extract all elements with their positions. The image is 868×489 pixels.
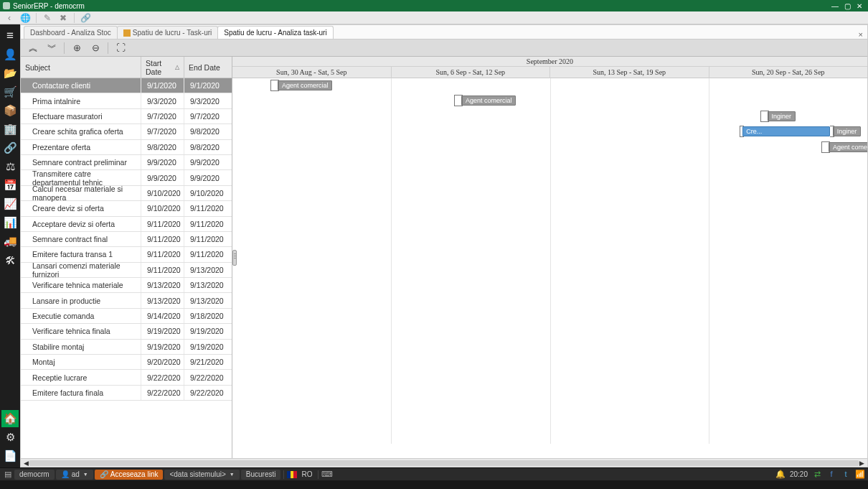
sb-keyboard-icon[interactable]: ⌨ <box>321 470 331 480</box>
col-start-date[interactable]: Start Date△ <box>141 57 184 78</box>
table-row[interactable]: Semnare contract preliminar9/9/20209/9/2… <box>21 155 232 170</box>
sb-share-icon[interactable]: ⇄ <box>812 470 822 480</box>
delete-icon[interactable]: ✖ <box>58 13 68 23</box>
rail-product-icon[interactable]: 📦 <box>1 102 19 119</box>
tab[interactable]: Spatiu de lucru - Analiza task-uri <box>217 26 333 39</box>
back-icon[interactable]: ‹ <box>4 13 14 23</box>
rail-chain-icon[interactable]: 🔗 <box>1 139 19 157</box>
task-end: 9/18/2020 <box>184 309 232 323</box>
gantt-bar-label: Agent comercial <box>278 80 333 90</box>
sb-flag-ro-icon <box>287 471 297 478</box>
table-row[interactable]: Semnare contract final9/11/20209/11/2020 <box>21 232 232 247</box>
minimize-icon[interactable]: — <box>831 2 839 10</box>
link-icon[interactable]: 🔗 <box>80 13 90 23</box>
gantt-row: Lansari co...Responsabil aprovizionare <box>232 263 867 278</box>
task-subject: Lansari comenzi materiale furnizori <box>21 263 141 277</box>
sb-bell-icon[interactable]: 🔔 <box>775 470 786 480</box>
task-start: 9/9/2020 <box>141 170 184 185</box>
task-end: 9/19/2020 <box>184 340 232 354</box>
table-row[interactable]: Transmitere catre departamentul tehnic9/… <box>21 170 232 185</box>
rail-chart-icon[interactable]: 📈 <box>1 195 19 213</box>
task-subject: Transmitere catre departamentul tehnic <box>21 170 141 185</box>
task-end: 9/21/2020 <box>184 355 232 369</box>
sb-app-icon[interactable]: ▤ <box>3 470 13 480</box>
task-start: 9/14/2020 <box>141 309 184 323</box>
table-row[interactable]: Emitere factura transa 19/11/20209/11/20… <box>21 247 232 262</box>
gantt-bar[interactable]: Cre... <box>742 126 830 136</box>
close-icon[interactable]: ✕ <box>857 2 862 10</box>
task-subject: Receptie lucrare <box>21 370 141 384</box>
sb-access-link[interactable]: 🔗 Acceseaza link <box>95 470 164 480</box>
sb-lang[interactable]: RO <box>298 470 315 478</box>
maximize-icon[interactable]: ▢ <box>844 2 851 10</box>
task-start: 9/22/2020 <box>141 386 184 400</box>
tab[interactable]: Dashboard - Analiza Stoc <box>24 26 118 39</box>
table-row[interactable]: Efectuare masuratori9/7/20209/7/2020 <box>21 109 232 124</box>
table-row[interactable]: Creare deviz si oferta9/10/20209/11/2020 <box>21 201 232 216</box>
table-row[interactable]: Executie comanda9/14/20209/18/2020 <box>21 309 232 324</box>
rail-truck-icon[interactable]: 🚚 <box>1 233 19 250</box>
gantt-horizontal-scrollbar[interactable]: ◀ ▶ <box>21 458 867 467</box>
edit-icon[interactable]: ✎ <box>42 13 52 23</box>
table-row[interactable]: Lansare in productie9/13/20209/13/2020 <box>21 293 232 308</box>
table-row[interactable]: Lansari comenzi materiale furnizori9/11/… <box>21 263 232 278</box>
rail-folder-icon[interactable]: 📂 <box>1 65 19 82</box>
gantt-row: Inginer <box>232 293 867 308</box>
task-start: 9/7/2020 <box>141 124 184 139</box>
sb-rss-icon[interactable]: 📶 <box>855 470 865 480</box>
col-end-date[interactable]: End Date <box>184 57 232 78</box>
table-row[interactable]: Montaj9/20/20209/21/2020 <box>21 355 232 370</box>
task-end: 9/1/2020 <box>184 78 232 93</box>
rail-building-icon[interactable]: 🏢 <box>1 121 19 138</box>
rail-cart-icon[interactable]: 🛒 <box>1 83 19 101</box>
task-end: 9/11/2020 <box>184 247 232 261</box>
sb-date[interactable]: <data sistemului>▼ <box>164 470 239 480</box>
gantt-bar-label: Agent comercial <box>829 142 867 152</box>
table-row[interactable]: Verificare tehnica materiale9/13/20209/1… <box>21 278 232 293</box>
splitter-handle[interactable]: ········· <box>232 250 237 266</box>
sb-user[interactable]: 👤 ad▼ <box>56 470 93 480</box>
table-row[interactable]: Contactare clienti9/1/20209/1/2020 <box>21 78 232 93</box>
rail-bars-icon[interactable]: 📊 <box>1 214 19 231</box>
gantt-row: Cre...Inginer <box>232 124 867 139</box>
timeline-month: September 2020 <box>232 57 867 67</box>
collapse-up-icon[interactable]: ︽ <box>27 42 39 55</box>
rail-settings-icon[interactable]: ⚙ <box>1 429 19 446</box>
table-row[interactable]: Prima intalnire9/3/20209/3/2020 <box>21 93 232 108</box>
sb-database[interactable]: democrm <box>14 470 55 480</box>
globe-icon[interactable]: 🌐 <box>20 13 30 23</box>
expand-down-icon[interactable]: ︾ <box>45 42 58 55</box>
sb-twitter-icon[interactable]: t <box>841 470 851 480</box>
rail-tool-icon[interactable]: 🛠 <box>1 251 19 269</box>
task-end: 9/3/2020 <box>184 93 232 108</box>
task-end: 9/13/2020 <box>184 293 232 307</box>
task-subject: Prima intalnire <box>21 93 141 108</box>
rail-calendar-icon[interactable]: 📅 <box>1 177 19 194</box>
app-logo-icon <box>3 2 10 9</box>
gantt-timeline: September 2020 Sun, 30 Aug - Sat, 5 SepS… <box>232 57 867 458</box>
rail-balance-icon[interactable]: ⚖ <box>1 158 19 175</box>
tab[interactable]: Spatiu de lucru - Task-uri <box>117 26 218 39</box>
menu-icon[interactable]: ≡ <box>1 27 19 45</box>
gantt-row: Responsabil tehnic <box>232 278 867 293</box>
col-subject[interactable]: Subject <box>21 57 141 78</box>
fullscreen-icon[interactable]: ⛶ <box>114 42 127 55</box>
sb-location[interactable]: Bucuresti <box>241 470 281 480</box>
table-row[interactable]: Prezentare oferta9/8/20209/8/2020 <box>21 140 232 155</box>
table-row[interactable]: Emitere factura finala9/22/20209/22/2020 <box>21 386 232 401</box>
task-end: 9/9/2020 <box>184 155 232 169</box>
sb-facebook-icon[interactable]: f <box>826 470 836 480</box>
gantt-bar-label: Inginer <box>833 126 862 136</box>
rail-user-icon[interactable]: 👤 <box>1 46 19 63</box>
table-row[interactable]: Receptie lucrare9/22/20209/22/2020 <box>21 370 232 385</box>
rail-home-icon[interactable]: 🏠 <box>1 410 19 427</box>
zoom-out-icon[interactable]: ⊖ <box>89 42 102 55</box>
table-row[interactable]: Verificare tehnica finala9/19/20209/19/2… <box>21 324 232 339</box>
table-row[interactable]: Creare schita grafica oferta9/7/20209/8/… <box>21 124 232 139</box>
table-row[interactable]: Acceptare deviz si oferta9/11/20209/11/2… <box>21 217 232 232</box>
zoom-in-icon[interactable]: ⊕ <box>70 42 83 55</box>
rail-report-icon[interactable]: 📄 <box>1 447 19 465</box>
table-row[interactable]: Calcul necesar materiale si manopera9/10… <box>21 186 232 201</box>
tab-close-icon[interactable]: × <box>854 30 867 39</box>
table-row[interactable]: Stabilire montaj9/19/20209/19/2020 <box>21 340 232 355</box>
